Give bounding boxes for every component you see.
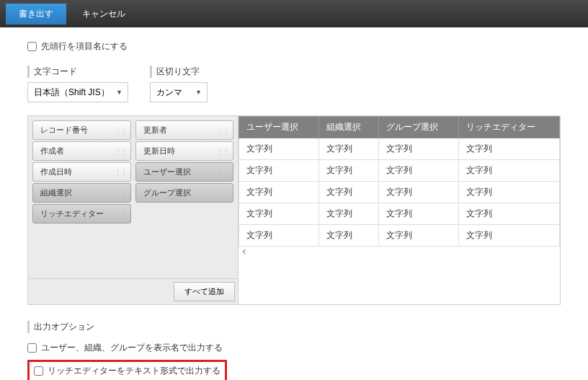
field-chip-label: グループ選択 — [143, 187, 191, 198]
table-cell: 文字列 — [459, 138, 560, 160]
grip-icon: ⋮⋮ — [115, 189, 126, 197]
header-row-checkbox-label[interactable]: 先頭行を項目名にする — [27, 40, 561, 53]
richtext-plain-checkbox[interactable] — [34, 366, 43, 376]
field-picker: レコード番号⋮⋮作成者⋮⋮作成日時⋮⋮組織選択⋮⋮リッチエディター⋮⋮ 更新者⋮… — [27, 115, 561, 305]
available-fields-pool: レコード番号⋮⋮作成者⋮⋮作成日時⋮⋮組織選択⋮⋮リッチエディター⋮⋮ 更新者⋮… — [27, 115, 239, 305]
table-row: 文字列文字列文字列文字列 — [239, 138, 560, 160]
grip-icon: ⋮⋮ — [217, 168, 228, 176]
pool-footer: すべて追加 — [28, 278, 238, 304]
table-cell: 文字列 — [378, 160, 458, 182]
encoding-label: 文字コード — [27, 66, 128, 78]
grip-icon: ⋮⋮ — [217, 189, 228, 197]
richtext-plain-option[interactable]: リッチエディターをテキスト形式で出力する — [34, 365, 220, 377]
field-chip[interactable]: レコード番号⋮⋮ — [32, 120, 131, 140]
table-cell: 文字列 — [378, 182, 458, 203]
display-name-checkbox[interactable] — [27, 343, 37, 353]
table-cell: 文字列 — [459, 203, 560, 225]
field-chip[interactable]: 作成者⋮⋮ — [32, 141, 131, 161]
table-row: 文字列文字列文字列文字列 — [239, 203, 560, 225]
grip-icon: ⋮⋮ — [115, 168, 126, 176]
selected-fields-table-wrap: ユーザー選択組織選択グループ選択リッチエディター 文字列文字列文字列文字列文字列… — [239, 115, 561, 305]
field-chip-label: 組織選択 — [40, 187, 72, 198]
delimiter-label: 区切り文字 — [150, 66, 208, 78]
pool-column-2: 更新者⋮⋮更新日時⋮⋮ユーザー選択⋮⋮グループ選択⋮⋮ — [135, 120, 234, 274]
field-chip-label: レコード番号 — [40, 125, 88, 136]
export-button[interactable]: 書き出す — [6, 4, 66, 25]
table-row: 文字列文字列文字列文字列 — [239, 160, 560, 182]
header-row-text: 先頭行を項目名にする — [41, 40, 128, 53]
table-row: 文字列文字列文字列文字列 — [239, 225, 560, 247]
field-chip-label: 作成者 — [40, 146, 64, 156]
field-chip[interactable]: ユーザー選択⋮⋮ — [135, 162, 234, 182]
display-name-text: ユーザー、組織、グループを表示名で出力する — [41, 342, 223, 354]
field-chip[interactable]: 更新者⋮⋮ — [135, 120, 234, 140]
table-cell: 文字列 — [319, 138, 379, 160]
table-cell: 文字列 — [319, 182, 379, 203]
table-cell: 文字列 — [378, 203, 458, 225]
add-all-button[interactable]: すべて追加 — [174, 282, 235, 301]
table-row: 文字列文字列文字列文字列 — [239, 182, 560, 203]
field-chip[interactable]: 組織選択⋮⋮ — [32, 183, 131, 203]
richtext-plain-text: リッチエディターをテキスト形式で出力する — [48, 365, 220, 377]
table-cell: 文字列 — [378, 138, 458, 160]
grip-icon: ⋮⋮ — [115, 210, 126, 218]
field-chip-label: 作成日時 — [40, 167, 72, 177]
table-cell: 文字列 — [459, 182, 560, 203]
field-chip[interactable]: リッチエディター⋮⋮ — [32, 204, 131, 224]
output-options-label: 出力オプション — [27, 321, 561, 333]
encoding-select-wrap: 日本語（Shift JIS） ▼ — [27, 82, 128, 102]
delimiter-field: 区切り文字 カンマ ▼ — [150, 66, 208, 102]
field-chip[interactable]: グループ選択⋮⋮ — [135, 183, 234, 203]
table-cell: 文字列 — [319, 225, 379, 247]
table-header[interactable]: グループ選択 — [378, 117, 458, 138]
table-cell: 文字列 — [239, 182, 319, 203]
encoding-select[interactable]: 日本語（Shift JIS） — [27, 82, 128, 102]
cancel-button[interactable]: キャンセル — [75, 4, 133, 25]
selected-fields-table: ユーザー選択組織選択グループ選択リッチエディター 文字列文字列文字列文字列文字列… — [239, 116, 560, 247]
pool-column-1: レコード番号⋮⋮作成者⋮⋮作成日時⋮⋮組織選択⋮⋮リッチエディター⋮⋮ — [32, 120, 131, 274]
table-cell: 文字列 — [239, 138, 319, 160]
highlighted-option: リッチエディターをテキスト形式で出力する — [27, 360, 227, 380]
table-cell: 文字列 — [319, 203, 379, 225]
table-cell: 文字列 — [459, 225, 560, 247]
field-chip[interactable]: 更新日時⋮⋮ — [135, 141, 234, 161]
grip-icon: ⋮⋮ — [115, 126, 126, 134]
field-chip-label: 更新日時 — [143, 146, 175, 156]
table-cell: 文字列 — [459, 160, 560, 182]
table-cell: 文字列 — [239, 225, 319, 247]
delimiter-select[interactable]: カンマ — [150, 82, 208, 102]
field-chip-label: 更新者 — [143, 125, 167, 136]
table-cell: 文字列 — [239, 160, 319, 182]
table-cell: 文字列 — [378, 225, 458, 247]
toolbar: 書き出す キャンセル — [0, 0, 588, 27]
field-chip[interactable]: 作成日時⋮⋮ — [32, 162, 131, 182]
table-header[interactable]: リッチエディター — [459, 117, 560, 138]
field-group: 文字コード 日本語（Shift JIS） ▼ 区切り文字 カンマ ▼ — [27, 66, 561, 102]
header-row-checkbox[interactable] — [27, 42, 37, 51]
table-header[interactable]: 組織選択 — [319, 117, 379, 138]
encoding-field: 文字コード 日本語（Shift JIS） ▼ — [27, 66, 128, 102]
scroll-left-indicator[interactable] — [239, 247, 560, 256]
field-chip-label: リッチエディター — [40, 208, 104, 219]
delimiter-select-wrap: カンマ ▼ — [150, 82, 208, 102]
content: 先頭行を項目名にする 文字コード 日本語（Shift JIS） ▼ 区切り文字 … — [0, 27, 588, 380]
field-chip-label: ユーザー選択 — [143, 167, 191, 177]
display-name-option[interactable]: ユーザー、組織、グループを表示名で出力する — [27, 342, 561, 354]
grip-icon: ⋮⋮ — [217, 147, 228, 155]
table-cell: 文字列 — [239, 203, 319, 225]
grip-icon: ⋮⋮ — [115, 147, 126, 155]
grip-icon: ⋮⋮ — [217, 126, 228, 134]
pool-body: レコード番号⋮⋮作成者⋮⋮作成日時⋮⋮組織選択⋮⋮リッチエディター⋮⋮ 更新者⋮… — [28, 116, 238, 278]
table-cell: 文字列 — [319, 160, 379, 182]
table-header[interactable]: ユーザー選択 — [239, 117, 319, 138]
